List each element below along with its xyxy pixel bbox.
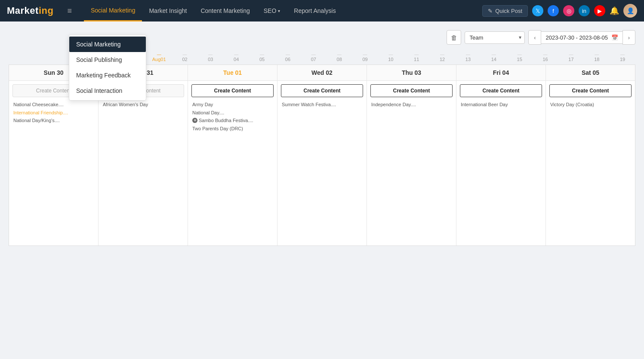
timeline-02: 02 (172, 52, 198, 63)
pencil-icon: ✎ (488, 8, 493, 14)
date-nav: ‹ 2023-07-30 - 2023-08-05 📅 › (528, 30, 635, 45)
calendar-icon[interactable]: 📅 (611, 34, 618, 41)
cal-col-wed02: Wed 02 Create Content Summer Watch Festi… (277, 65, 367, 245)
cal-header-wed02: Wed 02 (277, 65, 367, 81)
event-sambo-buddha: ⊕ Sambo Buddha Festiva.... (191, 117, 274, 125)
timeline-05: 05 (249, 52, 275, 63)
timeline-12: 12 (429, 52, 455, 63)
timeline-18: 18 (584, 52, 610, 63)
event-independence-day: Independence Day.... (370, 101, 453, 109)
bell-icon[interactable]: 🔔 (610, 6, 619, 15)
nav-links: Social Marketing Market Insight Content … (84, 0, 472, 21)
event-national-day: National Day.... (191, 109, 274, 117)
timeline-17: 17 (558, 52, 584, 63)
instagram-icon[interactable]: ◎ (563, 5, 574, 16)
timeline-09: 09 (352, 52, 378, 63)
cal-col-sat05: Sat 05 Create Content Victory Day (Croat… (546, 65, 635, 245)
timeline-10: 10 (378, 52, 404, 63)
dropdown-item-social-publishing[interactable]: Social Publishing (69, 52, 146, 68)
next-date-button[interactable]: › (622, 30, 635, 45)
timeline-19: 19 (610, 52, 635, 63)
cal-body-mon31: Create Content African Women's Day (99, 81, 188, 244)
cal-body-wed02: Create Content Summer Watch Festiva.... (277, 81, 367, 244)
quick-post-button[interactable]: ✎ Quick Post (482, 5, 528, 17)
top-nav: Marketing ≡ Social Marketing Market Insi… (0, 0, 644, 21)
avatar[interactable]: 👤 (623, 4, 637, 18)
event-summer-watch: Summer Watch Festiva.... (281, 101, 363, 109)
cal-body-thu03: Create Content Independence Day.... (367, 81, 456, 244)
dropdown-item-social-marketing[interactable]: Social Marketing (69, 37, 146, 52)
cal-header-tue01: Tue 01 (188, 65, 277, 81)
nav-right: ✎ Quick Post 𝕏 f ◎ in ▶ 🔔 👤 (482, 4, 637, 18)
timeline-14: 14 (481, 52, 507, 63)
cal-col-thu03: Thu 03 Create Content Independence Day..… (367, 65, 456, 245)
nav-content-marketing[interactable]: Content Marketing (194, 0, 256, 21)
cal-header-fri04: Fri 04 (456, 65, 545, 81)
twitter-icon[interactable]: 𝕏 (532, 5, 543, 16)
timeline-03: 03 (197, 52, 223, 63)
timeline-06: 06 (275, 52, 301, 63)
timeline-11: 11 (404, 52, 429, 63)
event-intl-beer-day: International Beer Day (460, 101, 542, 109)
cal-body-sat05: Create Content Victory Day (Croatia) (546, 81, 635, 244)
date-range-text: 2023-07-30 - 2023-08-05 (545, 34, 608, 41)
hamburger-icon[interactable]: ≡ (67, 6, 72, 15)
trash-button[interactable]: 🗑 (447, 30, 461, 45)
logo: Marketing (7, 5, 53, 16)
event-victory-day-croatia: Victory Day (Croatia) (549, 101, 632, 109)
nav-market-insight[interactable]: Market Insight (142, 0, 194, 21)
event-african-womens-day: African Women's Day (102, 101, 184, 109)
date-range-display: 2023-07-30 - 2023-08-05 📅 (541, 31, 622, 44)
event-national-cheesecake: National Cheesecake.... (12, 101, 95, 109)
create-content-fri04[interactable]: Create Content (460, 84, 542, 97)
create-content-tue01[interactable]: Create Content (191, 84, 274, 97)
timeline-04: 04 (223, 52, 249, 63)
event-army-day: Army Day (191, 101, 274, 109)
dropdown-menu: Social Marketing Social Publishing Marke… (69, 34, 146, 101)
timeline-08: 08 (327, 52, 352, 63)
trash-icon: 🗑 (451, 34, 457, 41)
cal-col-tue01: Tue 01 Create Content Army Day National … (188, 65, 277, 245)
youtube-icon[interactable]: ▶ (594, 5, 605, 16)
timeline-aug01: Aug01 (146, 52, 172, 63)
chevron-down-icon: ▾ (278, 9, 280, 13)
prev-date-button[interactable]: ‹ (528, 30, 541, 45)
nav-report-analysis[interactable]: Report Analysis (287, 0, 342, 21)
timeline-16: 16 (533, 52, 558, 63)
event-intl-friendship: International Friendship.... (12, 109, 95, 117)
timeline-13: 13 (455, 52, 481, 63)
event-two-parents-day: Two Parents Day (DRC) (191, 125, 274, 133)
cal-body-sun30: Create Content National Cheesecake.... I… (9, 81, 98, 244)
timeline-07: 07 (301, 52, 327, 63)
create-content-sat05[interactable]: Create Content (549, 84, 632, 97)
cal-body-fri04: Create Content International Beer Day (456, 81, 545, 244)
cal-body-tue01: Create Content Army Day National Day....… (188, 81, 277, 244)
cal-header-sat05: Sat 05 (546, 65, 635, 81)
facebook-icon[interactable]: f (548, 5, 559, 16)
team-select-wrapper: Team My Team All Teams (465, 31, 525, 44)
nav-social-marketing[interactable]: Social Marketing (84, 0, 142, 21)
linkedin-icon[interactable]: in (579, 5, 590, 16)
event-national-day-kings: National Day/King's.... (12, 117, 95, 125)
create-content-thu03[interactable]: Create Content (370, 84, 453, 97)
create-content-wed02[interactable]: Create Content (281, 84, 363, 97)
sambo-icon: ⊕ (192, 118, 197, 123)
cal-header-thu03: Thu 03 (367, 65, 456, 81)
dropdown-item-marketing-feedback[interactable]: Marketing Feedback (69, 68, 146, 83)
cal-col-fri04: Fri 04 Create Content International Beer… (456, 65, 546, 245)
nav-seo[interactable]: SEO ▾ (257, 0, 287, 21)
dropdown-item-social-interaction[interactable]: Social Interaction (69, 83, 146, 98)
team-select[interactable]: Team My Team All Teams (465, 31, 525, 44)
timeline-15: 15 (507, 52, 533, 63)
